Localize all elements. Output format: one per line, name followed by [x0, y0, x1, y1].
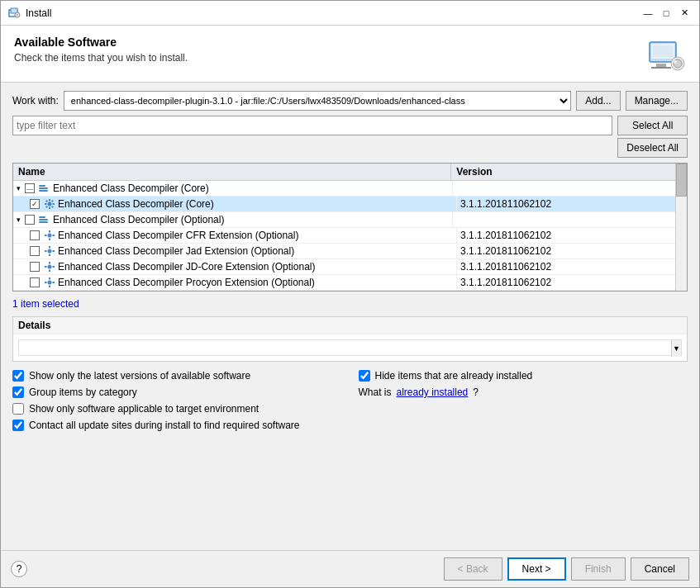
svg-rect-14	[49, 207, 50, 210]
page-subtitle: Check the items that you wish to install…	[14, 52, 188, 64]
row-checkbox[interactable]	[25, 215, 35, 225]
svg-rect-17	[45, 200, 48, 202]
cancel-button[interactable]: Cancel	[631, 557, 689, 581]
options-section: Show only the latest versions of availab…	[12, 370, 688, 431]
contact-all-checkbox[interactable]	[12, 420, 24, 431]
option-contact-all: Contact all update sites during install …	[12, 420, 342, 431]
row-label: Enhanced Class Decompiler JD-Core Extens…	[58, 261, 315, 273]
hide-installed-label: Hide items that are already installed	[375, 370, 533, 382]
plugin-icon	[44, 277, 55, 288]
group-icon	[39, 215, 50, 225]
group-by-category-checkbox[interactable]	[12, 386, 24, 398]
title-bar: Install — □ ✕	[1, 1, 699, 26]
header-icon	[646, 36, 686, 75]
table-row[interactable]: Enhanced Class Decompiler Procyon Extens…	[13, 275, 675, 291]
row-name[interactable]: ▾ Enhanced Class Decompiler (Core)	[13, 181, 453, 196]
options-left: Show only the latest versions of availab…	[12, 370, 342, 431]
add-button[interactable]: Add...	[576, 91, 620, 111]
row-checkbox[interactable]	[30, 262, 40, 272]
svg-rect-25	[53, 235, 55, 236]
software-table: Name Version ▾ Enhanced Class Decompiler…	[12, 163, 688, 292]
svg-rect-32	[49, 262, 50, 264]
table-row[interactable]: Enhanced Class Decompiler Jad Extension …	[13, 244, 675, 259]
manage-button[interactable]: Manage...	[626, 91, 688, 111]
svg-rect-7	[656, 64, 666, 67]
svg-rect-20	[51, 206, 54, 208]
row-version: 3.1.1.201811062102	[457, 197, 675, 211]
row-label: Enhanced Class Decompiler Procyon Extens…	[58, 277, 315, 288]
row-name[interactable]: Enhanced Class Decompiler CFR Extension …	[13, 228, 457, 243]
already-installed-row: What is already installed ?	[359, 386, 688, 398]
row-checkbox[interactable]	[30, 246, 40, 256]
svg-rect-27	[49, 246, 50, 249]
help-button[interactable]: ?	[11, 561, 27, 577]
already-installed-link[interactable]: already installed	[397, 386, 469, 398]
svg-rect-39	[45, 282, 47, 283]
row-checkbox[interactable]	[30, 277, 40, 287]
row-version: 3.1.1.201811062102	[457, 275, 675, 290]
table-row[interactable]: Enhanced Class Decompiler (Core) 3.1.1.2…	[13, 197, 675, 212]
hide-installed-checkbox[interactable]	[359, 370, 370, 382]
maximize-button[interactable]: □	[658, 5, 674, 21]
work-with-row: Work with: enhanced-class-decompiler-plu…	[12, 91, 688, 111]
svg-rect-38	[49, 286, 50, 288]
select-all-button[interactable]: Select All	[617, 116, 688, 135]
table-header: Name Version	[13, 164, 675, 181]
row-label: Enhanced Class Decompiler CFR Extension …	[58, 230, 298, 241]
close-button[interactable]: ✕	[676, 5, 693, 21]
table-scroll-area[interactable]: Name Version ▾ Enhanced Class Decompiler…	[13, 164, 675, 291]
svg-rect-18	[51, 200, 54, 202]
table-row[interactable]: ▾ Enhanced Class Decompiler (Optional)	[13, 212, 675, 228]
window-icon	[7, 7, 21, 20]
next-button[interactable]: Next >	[507, 557, 566, 581]
svg-rect-29	[45, 250, 47, 252]
applicable-only-checkbox[interactable]	[12, 403, 24, 415]
row-checkbox[interactable]	[30, 199, 40, 209]
back-button[interactable]: < Back	[444, 557, 502, 581]
table-row[interactable]: Enhanced Class Decompiler JD-Core Extens…	[13, 259, 675, 275]
svg-rect-24	[45, 235, 47, 236]
row-name[interactable]: Enhanced Class Decompiler (Core)	[13, 197, 457, 211]
table-row[interactable]: ▾ Enhanced Class Decompiler (Core)	[13, 181, 675, 197]
details-content: ▼	[13, 334, 687, 361]
col-name: Name	[13, 164, 451, 180]
row-name[interactable]: Enhanced Class Decompiler Procyon Extens…	[13, 275, 457, 290]
row-label: Enhanced Class Decompiler (Core)	[53, 183, 209, 194]
row-checkbox[interactable]	[30, 230, 40, 240]
row-name[interactable]: ▾ Enhanced Class Decompiler (Optional)	[13, 212, 453, 227]
row-name[interactable]: Enhanced Class Decompiler JD-Core Extens…	[13, 259, 457, 274]
header-section: Available Software Check the items that …	[1, 26, 699, 83]
row-version: 3.1.1.201811062102	[457, 228, 675, 243]
svg-rect-13	[49, 199, 50, 202]
table-row[interactable]: Enhanced Class Decompiler CFR Extension …	[13, 228, 675, 244]
scroll-thumb[interactable]	[676, 164, 687, 197]
row-name[interactable]: Enhanced Class Decompiler Jad Extension …	[13, 244, 457, 258]
svg-point-12	[48, 202, 52, 206]
deselect-all-button[interactable]: Deselect All	[617, 138, 688, 158]
details-header: Details	[13, 317, 687, 334]
svg-point-26	[48, 249, 52, 254]
expand-icon[interactable]: ▾	[17, 216, 21, 224]
page-title: Available Software	[14, 36, 188, 49]
row-label: Enhanced Class Decompiler (Core)	[58, 198, 214, 210]
filter-input[interactable]	[12, 116, 612, 135]
svg-rect-37	[49, 277, 50, 280]
row-version: 3.1.1.201811062102	[457, 244, 675, 258]
minimize-button[interactable]: —	[640, 5, 656, 21]
work-with-select[interactable]: enhanced-class-decompiler-plugin-3.1.0 -…	[64, 91, 571, 111]
svg-rect-23	[49, 239, 50, 241]
svg-point-11	[674, 60, 677, 64]
group-by-category-label: Group items by category	[29, 386, 137, 398]
options-right: Hide items that are already installed Wh…	[359, 370, 688, 431]
plugin-icon	[44, 245, 55, 257]
footer-left: ?	[11, 561, 27, 577]
scrollbar[interactable]	[675, 164, 687, 291]
selection-status: 1 item selected	[12, 296, 688, 311]
plugin-icon	[44, 198, 55, 210]
finish-button[interactable]: Finish	[571, 557, 626, 581]
row-checkbox[interactable]	[25, 183, 35, 193]
latest-versions-checkbox[interactable]	[12, 370, 24, 382]
main-content: Work with: enhanced-class-decompiler-plu…	[1, 83, 699, 550]
svg-point-31	[48, 265, 52, 269]
expand-icon[interactable]: ▾	[17, 184, 21, 192]
